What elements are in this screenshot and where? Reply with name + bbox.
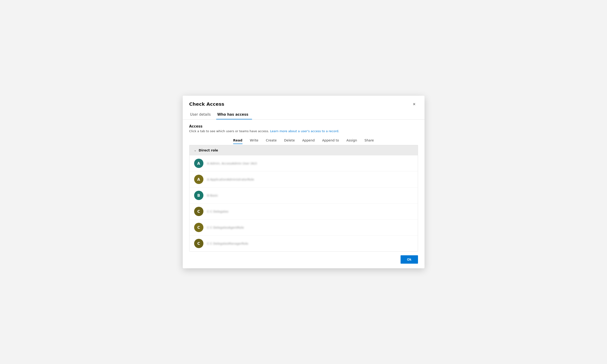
- list-item: C C C DelegatesManagerRole: [189, 235, 418, 251]
- item-text: A ApplicationAdministratorRole: [207, 178, 254, 181]
- main-tabs: User details Who has access: [183, 108, 424, 119]
- tab-who-has-access[interactable]: Who has access: [216, 111, 252, 119]
- access-tab-create[interactable]: Create: [266, 138, 277, 144]
- access-tabs: Read Write Create Delete Append Append t…: [183, 135, 424, 145]
- avatar: A: [194, 175, 203, 184]
- tab-user-details[interactable]: User details: [189, 111, 215, 119]
- access-learn-more-link[interactable]: Learn more about a user's access to a re…: [270, 129, 339, 133]
- access-description: Click a tab to see which users or teams …: [189, 129, 418, 133]
- close-button[interactable]: ×: [411, 100, 418, 108]
- item-text: C C Delegates: [207, 210, 229, 213]
- access-tab-delete[interactable]: Delete: [284, 138, 295, 144]
- access-tab-append-to[interactable]: Append to: [322, 138, 339, 144]
- list-item: C C C DelegatesAgentRole: [189, 220, 418, 235]
- avatar: C: [194, 207, 203, 216]
- group-label: Direct role: [199, 148, 218, 152]
- item-text: C C DelegatesManagerRole: [207, 242, 248, 245]
- list-item: B B Basic: [189, 187, 418, 204]
- group-header-direct-role[interactable]: ⌄ Direct role: [189, 145, 418, 156]
- avatar: C: [194, 239, 203, 248]
- check-access-dialog: Check Access × User details Who has acce…: [183, 96, 424, 268]
- avatar: B: [194, 191, 203, 200]
- list-item: A A Admin, AccessAdmin User (AU): [189, 156, 418, 171]
- access-title: Access: [189, 124, 418, 129]
- avatar: A: [194, 159, 203, 168]
- access-section: Access Click a tab to see which users or…: [183, 120, 424, 135]
- access-tab-read[interactable]: Read: [233, 138, 243, 144]
- list-item: A A ApplicationAdministratorRole: [189, 171, 418, 187]
- list-item: C C C Delegates: [189, 204, 418, 220]
- item-text: C C DelegatesAgentRole: [207, 226, 244, 229]
- access-tab-append[interactable]: Append: [302, 138, 315, 144]
- chevron-down-icon: ⌄: [194, 149, 196, 152]
- access-tab-share[interactable]: Share: [364, 138, 374, 144]
- item-text: B Basic: [207, 194, 218, 197]
- ok-button[interactable]: Ok: [401, 255, 418, 264]
- item-text: A Admin, AccessAdmin User (AU): [207, 162, 257, 165]
- dialog-footer: Ok: [183, 252, 424, 268]
- access-tab-assign[interactable]: Assign: [346, 138, 357, 144]
- dialog-title: Check Access: [189, 101, 224, 107]
- dialog-header: Check Access ×: [183, 96, 424, 108]
- content-area: ⌄ Direct role A A Admin, AccessAdmin Use…: [189, 145, 418, 252]
- avatar: C: [194, 223, 203, 232]
- access-desc-text: Click a tab to see which users or teams …: [189, 129, 269, 133]
- access-tab-write[interactable]: Write: [250, 138, 258, 144]
